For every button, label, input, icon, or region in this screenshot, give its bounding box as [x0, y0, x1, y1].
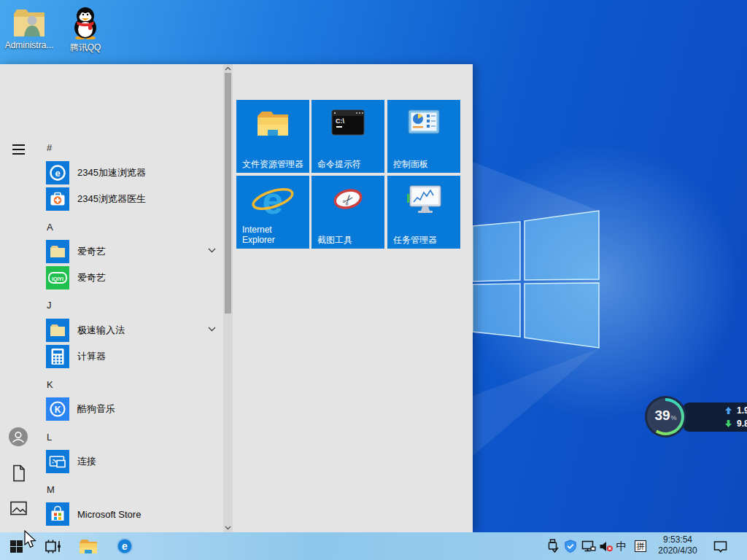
- spacer: [46, 97, 222, 120]
- scrollbar-thumb[interactable]: [225, 73, 231, 314]
- avatar-icon: [9, 427, 28, 446]
- tile-file-explorer[interactable]: 文件资源管理器: [236, 100, 309, 173]
- upload-row: 1.9 K/s: [725, 404, 747, 417]
- desktop-icon-label: Administra...: [5, 40, 54, 50]
- download-arrow-icon: [725, 420, 732, 427]
- upload-value: 1.9: [737, 405, 747, 416]
- file-explorer-icon: [236, 109, 309, 139]
- tile-task-manager[interactable]: 任务管理器: [387, 176, 460, 249]
- ime-pinyin-indicator[interactable]: 拼: [632, 532, 649, 560]
- user-account-button[interactable]: [9, 427, 28, 446]
- task-view-button[interactable]: [38, 532, 67, 560]
- iqiyi-icon: iQIYI: [46, 266, 69, 289]
- taskbar-file-explorer-button[interactable]: [74, 532, 103, 560]
- clock-date: 2020/4/30: [651, 545, 704, 556]
- usb-tray-icon[interactable]: [544, 532, 560, 560]
- chevron-down-icon: [208, 327, 216, 332]
- connect-icon: [46, 450, 69, 473]
- taskbar-clock[interactable]: 9:53:54 2020/4/30: [651, 534, 704, 556]
- volume-muted-tray-icon[interactable]: [597, 532, 615, 560]
- folder-icon: [79, 539, 98, 554]
- svg-text:iQIYI: iQIYI: [52, 276, 63, 282]
- clock-time: 9:53:54: [651, 534, 704, 545]
- gauge-inner: 39 %: [650, 401, 681, 432]
- documents-button[interactable]: [9, 464, 28, 483]
- tile-command-prompt[interactable]: C:\ 命令提示符: [311, 100, 384, 173]
- start-menu: # e 2345加速浏览器 2345浏览器医生 A: [0, 64, 473, 532]
- app-section-header[interactable]: #: [47, 141, 52, 155]
- upload-arrow-icon: [725, 407, 732, 414]
- folder-icon: [46, 240, 69, 263]
- taskbar-2345-browser-button[interactable]: e: [110, 532, 139, 560]
- tile-control-panel[interactable]: 控制面板: [387, 100, 460, 173]
- pictures-button[interactable]: [9, 499, 28, 518]
- gauge-percent: 39: [654, 408, 670, 422]
- app-group-iqiyi[interactable]: 爱奇艺: [46, 240, 222, 263]
- network-tray-icon[interactable]: [580, 532, 597, 560]
- chevron-down-icon: [208, 248, 216, 253]
- windows-logo-icon: [10, 540, 23, 553]
- gauge-percent-sign: %: [671, 414, 677, 421]
- app-item-2345-doctor[interactable]: 2345浏览器医生: [46, 187, 222, 211]
- svg-text:e: e: [263, 180, 284, 222]
- app-item-iqiyi[interactable]: iQIYI 爱奇艺: [46, 266, 222, 289]
- kugou-icon: K: [46, 397, 69, 421]
- folder-icon: [46, 319, 69, 342]
- app-group-jisu-ime[interactable]: 极速输入法: [46, 319, 222, 342]
- 2345-browser-icon: e: [117, 538, 133, 554]
- scroll-up-icon[interactable]: [225, 65, 231, 72]
- app-section-header[interactable]: A: [47, 221, 53, 234]
- app-section-header[interactable]: M: [47, 483, 55, 497]
- app-list-scrollbar[interactable]: [223, 64, 233, 532]
- gauge-ring: 39 %: [647, 398, 684, 435]
- download-value: 9.8: [737, 419, 747, 429]
- app-item-calculator[interactable]: 计算器: [46, 345, 222, 368]
- hamburger-icon: [12, 144, 25, 155]
- tile-snipping-tool[interactable]: ✂ 截图工具: [311, 176, 384, 249]
- svg-text:C:\: C:\: [336, 117, 344, 125]
- pictures-icon: [10, 501, 27, 516]
- app-section-header[interactable]: K: [47, 378, 53, 392]
- memory-gauge[interactable]: 39 %: [645, 396, 686, 438]
- document-icon: [11, 464, 26, 482]
- first-aid-kit-icon: [46, 187, 69, 211]
- svg-text:K: K: [55, 405, 61, 415]
- microsoft-store-icon: [46, 502, 69, 526]
- command-prompt-icon: C:\: [311, 109, 384, 136]
- action-center-button[interactable]: [709, 532, 731, 560]
- app-item-connect[interactable]: 连接: [46, 450, 222, 473]
- download-row: 9.8 K/s: [725, 417, 747, 430]
- ime-language-indicator[interactable]: 中: [614, 532, 630, 560]
- desktop-icon-administrator[interactable]: Administra...: [1, 7, 58, 50]
- taskbar: e 中 拼: [0, 532, 747, 560]
- svg-text:e: e: [55, 168, 60, 179]
- app-section-header[interactable]: J: [47, 299, 52, 312]
- app-item-microsoft-store[interactable]: Microsoft Store: [46, 502, 222, 526]
- desktop-icon-qq[interactable]: 腾讯QQ: [57, 6, 114, 54]
- desktop-icon-label: 腾讯QQ: [70, 42, 101, 52]
- internet-explorer-icon: e: [236, 180, 309, 222]
- app-item-2345-browser[interactable]: e 2345加速浏览器: [46, 161, 222, 184]
- qq-penguin-icon: [57, 6, 114, 39]
- security-shield-tray-icon[interactable]: [562, 532, 578, 560]
- net-speed-panel: 1.9 K/s 9.8 K/s: [683, 402, 747, 432]
- action-center-icon: [713, 540, 728, 553]
- task-manager-icon: [387, 185, 460, 216]
- app-section-header[interactable]: L: [47, 431, 52, 444]
- calculator-icon: [46, 345, 69, 368]
- scroll-down-icon[interactable]: [225, 524, 231, 532]
- task-view-icon: [44, 539, 61, 554]
- menu-expand-button[interactable]: [9, 140, 28, 159]
- control-panel-icon: [387, 109, 460, 134]
- snipping-tool-icon: ✂: [311, 185, 384, 214]
- app-item-kugou[interactable]: K 酷狗音乐: [46, 397, 222, 421]
- mouse-cursor: [24, 530, 38, 549]
- 2345-browser-icon: e: [46, 161, 69, 184]
- user-folder-icon: [1, 7, 58, 38]
- tile-internet-explorer[interactable]: e Internet Explorer: [236, 176, 309, 249]
